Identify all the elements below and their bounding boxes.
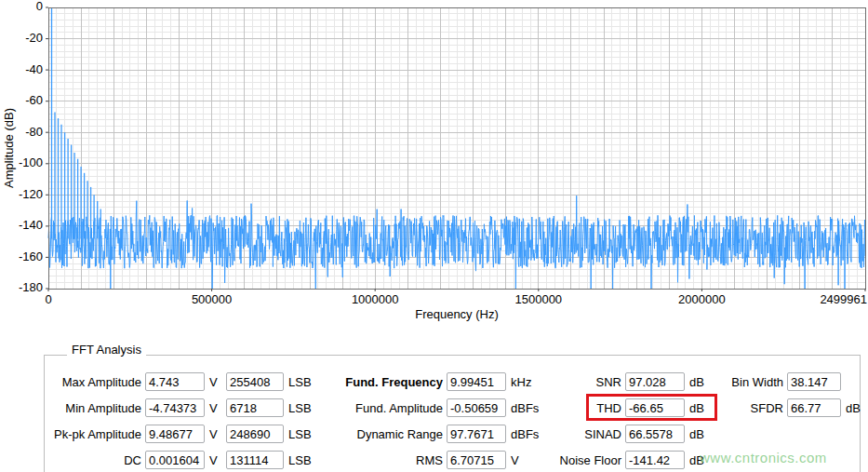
max-amplitude-v-unit: V [209, 375, 221, 389]
svg-text:-60: -60 [25, 93, 43, 107]
min-amplitude-row: Min Amplitude V LSB [47, 395, 312, 421]
thd-row: THD dB [556, 395, 704, 421]
fft-spectrum-chart: 0-20-40-60-80-100-120-140-160-1800500000… [0, 0, 868, 328]
min-amplitude-label: Min Amplitude [47, 401, 141, 415]
sinad-unit: dB [689, 427, 704, 441]
svg-text:-100: -100 [19, 155, 43, 169]
snr-unit: dB [689, 375, 704, 389]
dc-lsb-field[interactable] [226, 451, 284, 469]
fund-frequency-label: Fund. Frequency [331, 375, 443, 389]
svg-text:2499961: 2499961 [820, 292, 867, 306]
svg-text:-20: -20 [25, 31, 43, 45]
sinad-field[interactable] [625, 425, 685, 443]
pkpk-amplitude-label: Pk-pk Amplitude [47, 427, 141, 441]
noise-metrics-column: SNR dB THD dB SINAD dB Noise Floor dB [556, 369, 704, 472]
dc-row: DC V LSB [47, 447, 312, 472]
amplitude-column: Max Amplitude V LSB Min Amplitude V LSB … [47, 369, 312, 472]
fund-amplitude-row: Fund. Amplitude dBFs [331, 395, 539, 421]
bin-width-field[interactable] [787, 372, 841, 391]
max-amplitude-row: Max Amplitude V LSB [47, 369, 312, 395]
svg-text:2000000: 2000000 [678, 292, 726, 306]
thd-label: THD [556, 401, 621, 415]
fund-frequency-unit: kHz [511, 375, 531, 389]
pkpk-amplitude-lsb-unit: LSB [288, 427, 312, 441]
thd-field[interactable] [625, 398, 685, 417]
fund-amplitude-unit: dBFs [511, 401, 539, 415]
panel-title: FFT Analysis [67, 343, 146, 357]
bin-width-row: Bin Width [724, 369, 861, 395]
fundamental-column: Fund. Frequency kHz Fund. Amplitude dBFs… [331, 369, 539, 472]
min-amplitude-lsb-unit: LSB [288, 401, 312, 415]
max-amplitude-lsb-field[interactable] [226, 372, 284, 391]
rms-label: RMS [331, 453, 443, 467]
svg-text:-80: -80 [25, 125, 43, 139]
sfdr-unit: dB [846, 401, 861, 415]
dc-v-unit: V [209, 453, 221, 467]
pkpk-amplitude-v-unit: V [209, 427, 221, 441]
watermark: www.cntronics.com [700, 450, 827, 465]
fund-amplitude-field[interactable] [447, 398, 506, 417]
svg-text:0: 0 [36, 0, 43, 13]
dynamic-range-field[interactable] [447, 425, 506, 443]
max-amplitude-lsb-unit: LSB [288, 375, 312, 389]
dynamic-range-label: Dynamic Range [331, 427, 443, 441]
sfdr-label: SFDR [724, 401, 783, 415]
pkpk-amplitude-lsb-field[interactable] [226, 425, 284, 443]
rms-row: RMS V [331, 447, 539, 472]
bin-metrics-column: Bin Width SFDR dB [724, 369, 861, 421]
svg-text:Frequency (Hz): Frequency (Hz) [415, 307, 499, 321]
sinad-label: SINAD [556, 427, 621, 441]
max-amplitude-v-field[interactable] [145, 372, 205, 391]
dc-lsb-unit: LSB [288, 453, 312, 467]
spectrum-plot: 0-20-40-60-80-100-120-140-160-1800500000… [0, 0, 868, 328]
fund-amplitude-label: Fund. Amplitude [331, 401, 443, 415]
noise-floor-field[interactable] [625, 451, 685, 469]
rms-field[interactable] [447, 451, 506, 469]
fund-frequency-field[interactable] [447, 372, 506, 391]
sfdr-row: SFDR dB [724, 395, 861, 421]
svg-text:1500000: 1500000 [514, 292, 562, 306]
min-amplitude-lsb-field[interactable] [226, 398, 284, 417]
svg-text:-140: -140 [19, 218, 43, 232]
dynamic-range-row: Dynamic Range dBFs [331, 421, 539, 447]
svg-text:-180: -180 [19, 280, 43, 294]
rms-unit: V [511, 453, 519, 467]
svg-text:-120: -120 [19, 187, 43, 201]
svg-text:-40: -40 [25, 62, 43, 76]
min-amplitude-v-unit: V [209, 401, 221, 415]
snr-field[interactable] [625, 372, 685, 391]
snr-row: SNR dB [556, 369, 704, 395]
fund-frequency-row: Fund. Frequency kHz [331, 369, 539, 395]
dynamic-range-unit: dBFs [511, 427, 539, 441]
dc-v-field[interactable] [145, 451, 205, 469]
noise-floor-row: Noise Floor dB [556, 447, 704, 472]
svg-text:1000000: 1000000 [352, 292, 399, 306]
sfdr-field[interactable] [787, 398, 841, 417]
dc-label: DC [47, 453, 141, 467]
bin-width-label: Bin Width [724, 375, 783, 389]
svg-text:0: 0 [45, 292, 51, 306]
noise-floor-label: Noise Floor [556, 453, 621, 467]
svg-text:-160: -160 [19, 249, 43, 263]
snr-label: SNR [556, 375, 621, 389]
pkpk-amplitude-v-field[interactable] [145, 425, 205, 443]
min-amplitude-v-field[interactable] [145, 398, 205, 417]
svg-text:Amplitude (dB): Amplitude (dB) [2, 108, 16, 188]
thd-unit: dB [689, 401, 704, 415]
sinad-row: SINAD dB [556, 421, 704, 447]
svg-text:500000: 500000 [192, 292, 232, 306]
max-amplitude-label: Max Amplitude [47, 375, 141, 389]
pkpk-amplitude-row: Pk-pk Amplitude V LSB [47, 421, 312, 447]
